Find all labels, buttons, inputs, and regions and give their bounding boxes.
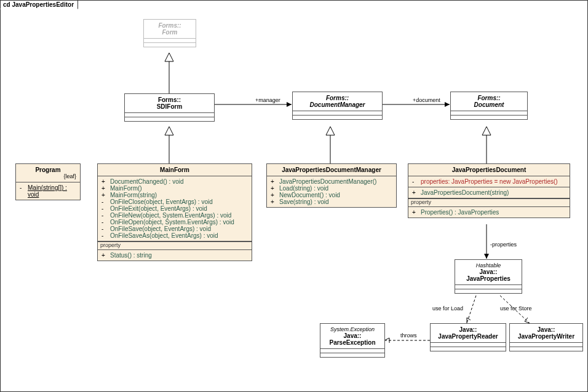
- class-program: Program {leaf} - Main(string[]) : void: [15, 163, 81, 200]
- class-documentmanager: Forms:: DocumentManager: [292, 92, 383, 120]
- class-mainform: MainForm +DocumentChanged() : void +Main…: [97, 163, 252, 261]
- mainform-name: MainForm: [101, 167, 248, 173]
- jpdoc-attr0: - properties: JavaProperties = new JavaP…: [412, 178, 566, 185]
- jpwriter-name: JavaPropertyWriter: [514, 333, 579, 340]
- class-parseexception: System.Exception Java:: ParseException: [320, 323, 385, 358]
- mainform-proplabel: property: [98, 241, 252, 250]
- parseex-name: ParseException: [324, 339, 381, 346]
- assoc-manager-label: +manager: [255, 97, 280, 103]
- sdiform-pkg: Forms::: [129, 96, 210, 103]
- class-document: Forms:: Document: [450, 92, 528, 120]
- jpreader-pkg: Java::: [434, 326, 502, 333]
- program-name: Program: [20, 167, 76, 173]
- svg-marker-3: [165, 127, 173, 135]
- svg-marker-9: [482, 127, 491, 135]
- parseex-stereo: System.Exception: [324, 326, 381, 332]
- sdiform-name: SDIForm: [129, 103, 210, 110]
- class-sdiform: Forms:: SDIForm: [124, 93, 215, 122]
- mainform-ops: +DocumentChanged() : void +MainForm() +M…: [98, 176, 252, 241]
- class-jpreader: Java:: JavaPropertyReader: [430, 323, 506, 351]
- javaprops-pkg: Java::: [459, 269, 518, 275]
- jpreader-name: JavaPropertyReader: [434, 333, 502, 340]
- program-member: - Main(string[]) : void: [20, 184, 76, 198]
- parseex-pkg: Java::: [324, 332, 381, 339]
- class-jpdocman: JavaPropertiesDocumentManager +JavaPrope…: [266, 163, 397, 208]
- document-pkg: Forms::: [455, 95, 523, 101]
- program-m0-sig: Main(string[]) : void: [28, 184, 76, 198]
- dep-useforload-label: use for Load: [432, 305, 463, 312]
- mainform-props: +Status() : string: [98, 250, 252, 261]
- document-name: Document: [455, 101, 523, 108]
- svg-line-11: [467, 296, 476, 323]
- diagram-canvas: cd JavaPropertiesEditor DocumentManager …: [0, 0, 588, 392]
- jpdocman-name: JavaPropertiesDocumentManager: [271, 167, 392, 173]
- class-forms-form: Forms:: Form: [143, 19, 196, 47]
- svg-marker-1: [165, 53, 173, 61]
- jpdoc-proplabel: property: [408, 198, 570, 207]
- forms-form-pkg: Forms::: [148, 22, 192, 29]
- svg-marker-7: [326, 127, 335, 135]
- class-jpdoc: JavaPropertiesDocument - properties: Jav…: [408, 163, 570, 218]
- assoc-properties-label: -properties: [490, 241, 517, 248]
- assoc-document-label: +document: [413, 97, 440, 103]
- dep-throws-label: throws: [400, 332, 417, 339]
- program-constraint: {leaf}: [20, 173, 76, 179]
- program-m0-vis: -: [20, 184, 28, 198]
- dep-useforstore-label: use for Store: [500, 305, 532, 312]
- class-jpwriter: Java:: JavaPropertyWriter: [509, 323, 583, 351]
- tab-prefix: cd: [3, 1, 12, 8]
- javaprops-name: JavaProperties: [459, 275, 518, 282]
- forms-form-name: Form: [148, 29, 192, 36]
- svg-line-12: [500, 296, 530, 323]
- class-javaproperties: Hashtable Java:: JavaProperties: [455, 259, 522, 294]
- tab-title: JavaPropertiesEditor: [12, 1, 74, 8]
- jpwriter-pkg: Java::: [514, 326, 579, 333]
- jpdoc-name: JavaPropertiesDocument: [412, 167, 566, 173]
- docmanager-pkg: Forms::: [296, 95, 378, 101]
- javaprops-stereo: Hashtable: [459, 262, 518, 269]
- diagram-tab: cd JavaPropertiesEditor: [0, 0, 78, 9]
- docmanager-name: DocumentManager: [296, 101, 378, 108]
